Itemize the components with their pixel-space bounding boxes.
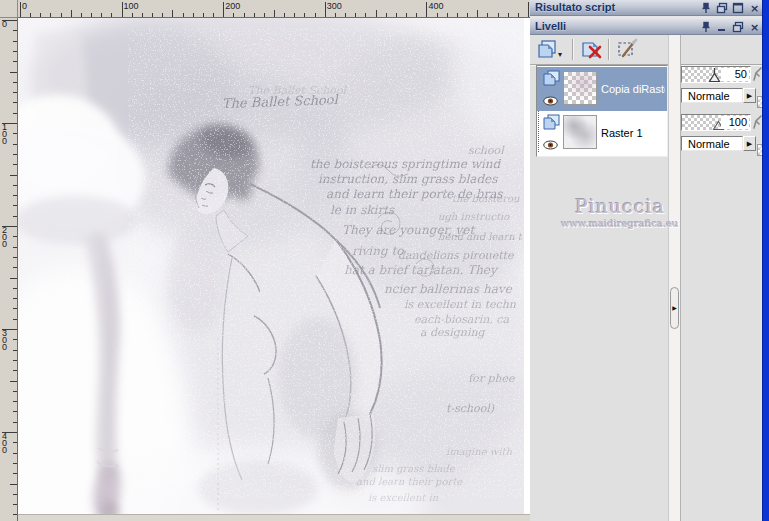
layer-name[interactable]: Raster 1 (601, 127, 665, 139)
blend-mode-select[interactable]: Normale (681, 136, 743, 151)
script-result-titlebar[interactable]: Risultato script × (530, 0, 762, 16)
layer-row-raster-1[interactable]: Raster 1 (537, 111, 667, 155)
opacity-slider[interactable]: 50 (681, 66, 751, 83)
splitter-arrow-icon: ▶ (672, 304, 677, 311)
pencil-icon[interactable] (753, 115, 762, 131)
ballet-artwork: The Ballet School The Ballet School scho… (18, 18, 530, 521)
slider-handle-icon[interactable] (708, 68, 721, 83)
blend-mode-value: Normale (688, 138, 730, 150)
layers-panel-body: ▾ (530, 35, 762, 521)
workspace-strip (18, 515, 530, 521)
edit-selection-icon (616, 38, 640, 60)
right-panel-stack: Risultato script × Livelli × (530, 0, 762, 521)
blend-mode-arrow[interactable]: ▶ (743, 136, 756, 151)
image-canvas[interactable]: The Ballet School The Ballet School scho… (18, 18, 530, 521)
panel-splitter[interactable]: ▶ (668, 35, 681, 521)
layer-thumbnail[interactable] (563, 115, 597, 149)
ruler-label: 200 (225, 1, 240, 11)
canvas-bottom-edge (18, 514, 530, 515)
close-icon[interactable]: × (748, 2, 761, 14)
ruler-label: 0 (22, 1, 27, 11)
layers-title: Livelli (535, 20, 566, 32)
blend-mode-select[interactable]: Normale (681, 88, 743, 103)
ruler-vertical: 01 0 02 0 03 0 04 0 0 (0, 18, 18, 521)
blend-mode-arrow[interactable]: ▶ (743, 88, 756, 103)
arrow-right-icon: ▶ (747, 140, 752, 148)
new-layer-dropdown[interactable]: ▾ (558, 45, 562, 60)
visibility-eye-icon[interactable] (543, 96, 558, 106)
watermark: Pinuccia www.maidiregrafica.eu (558, 195, 682, 229)
delete-layer-icon (580, 38, 604, 60)
shade-icon[interactable] (716, 2, 729, 14)
edit-selection-button[interactable] (616, 38, 640, 63)
ruler-label: 300 (327, 1, 342, 11)
ruler-label: 2 0 0 (2, 227, 7, 248)
minimize-icon[interactable] (716, 21, 729, 33)
watermark-url: www.maidiregrafica.eu (558, 218, 682, 229)
ruler-horizontal: 0100200300400 (18, 0, 530, 18)
layers-titlebar[interactable]: Livelli × (530, 19, 762, 35)
ruler-corner (0, 0, 18, 18)
pin-icon[interactable] (700, 21, 713, 33)
watermark-name: Pinuccia (558, 195, 682, 217)
ruler-label: 400 (428, 1, 443, 11)
opacity-value: 50 (721, 68, 749, 81)
window-edge (762, 0, 769, 521)
visibility-eye-icon[interactable] (543, 140, 558, 150)
raster-layer-icon (543, 114, 560, 130)
ruler-label: 1 0 0 (2, 124, 7, 145)
pin-icon[interactable] (700, 2, 713, 14)
layers-toolbar: ▾ (530, 35, 762, 65)
opacity-slider[interactable]: 100 (681, 114, 751, 131)
delete-layer-button[interactable] (580, 38, 604, 63)
ruler-label: 4 0 0 (2, 433, 7, 454)
splitter-collapse-handle[interactable]: ▶ (670, 287, 679, 329)
layer-name[interactable]: Copia diRaster 1 (601, 83, 665, 95)
raster-layer-icon (543, 70, 560, 86)
layer-controls: 50 Normale ▶ 100 Norma (681, 65, 762, 205)
layers-list: Copia diRaster 1 Raster 1 (536, 65, 668, 157)
close-icon[interactable]: × (748, 21, 761, 33)
script-result-title: Risultato script (535, 1, 615, 13)
blend-mode-value: Normale (688, 90, 730, 102)
opacity-value: 100 (721, 116, 749, 129)
caret-down-icon: ▾ (558, 50, 562, 59)
new-layer-icon (536, 38, 558, 60)
layer-thumbnail[interactable] (563, 71, 597, 105)
speckle-noise (128, 28, 528, 498)
ruler-label: 100 (124, 1, 139, 11)
restore-icon[interactable] (732, 21, 745, 33)
arrow-right-icon: ▶ (747, 92, 752, 100)
toolbar-separator (608, 39, 609, 60)
maximize-icon[interactable] (732, 2, 745, 14)
ruler-label: 3 0 0 (2, 330, 7, 351)
ruler-label: 0 (2, 21, 7, 28)
layer-row-copia-diraster[interactable]: Copia diRaster 1 (537, 67, 667, 111)
new-layer-button[interactable] (536, 38, 558, 63)
pencil-icon[interactable] (753, 67, 762, 83)
toolbar-separator (572, 39, 573, 60)
